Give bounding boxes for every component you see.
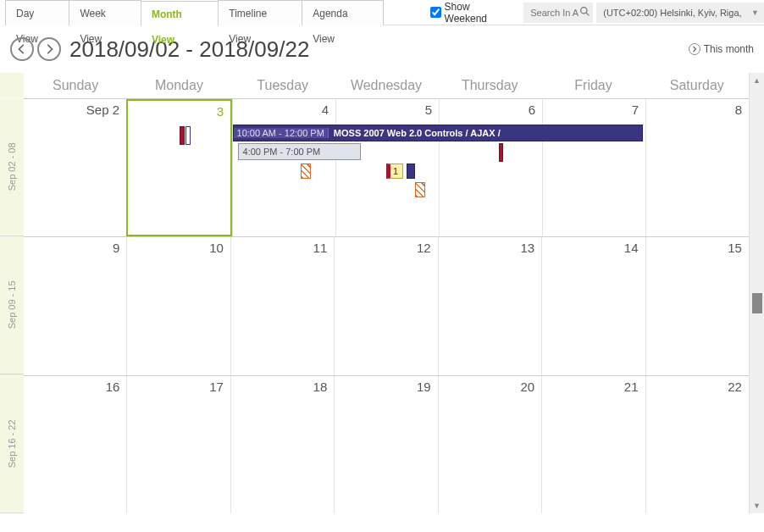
day-cell[interactable]: 9 <box>24 237 126 374</box>
week-label[interactable]: Sep 02 - 08 <box>0 98 24 236</box>
day-cell-today[interactable]: 3 <box>126 99 232 236</box>
prev-button[interactable] <box>10 37 34 61</box>
weeks: Sep 2 3 4 5 6 7 8 10:00 AM - 12:00 PM MO… <box>24 98 749 513</box>
event-marker-hatched[interactable] <box>415 182 425 197</box>
dayhdr-mon: Monday <box>127 73 230 98</box>
event-time: 4:00 PM - 7:00 PM <box>243 147 321 157</box>
this-month-button[interactable]: This month <box>689 43 754 55</box>
event-moss[interactable]: 10:00 AM - 12:00 PM MOSS 2007 Web 2.0 Co… <box>233 125 643 141</box>
week-label[interactable]: Sep 16 - 22 <box>0 375 24 513</box>
scroll-up-icon[interactable]: ▲ <box>750 73 764 88</box>
event-4to7[interactable]: 4:00 PM - 7:00 PM <box>238 143 362 160</box>
day-cell[interactable]: 17 <box>126 376 230 513</box>
day-cell[interactable]: Sep 2 <box>24 99 126 236</box>
event-time: 10:00 AM - 12:00 PM <box>234 128 329 138</box>
day-cell[interactable]: 12 <box>334 237 437 374</box>
week-labels-column: Sep 02 - 08 Sep 09 - 15 Sep 16 - 22 <box>0 73 24 513</box>
chevron-down-icon: ▼ <box>751 8 759 17</box>
week-row: 16 17 18 19 20 21 22 <box>24 375 749 513</box>
date-range-label: 2018/09/02 - 2018/09/22 <box>69 36 309 63</box>
search-box[interactable] <box>523 3 593 23</box>
vertical-scrollbar[interactable]: ▲ ▼ <box>749 73 764 513</box>
day-cell[interactable]: 14 <box>541 237 645 374</box>
tab-agenda-view[interactable]: Agenda View <box>302 0 383 25</box>
date-header: 2018/09/02 - 2018/09/22 This month <box>0 25 764 73</box>
day-cell[interactable]: 18 <box>230 376 334 513</box>
timezone-select[interactable]: (UTC+02:00) Helsinki, Kyiv, Riga, ▼ <box>596 3 764 23</box>
day-cell[interactable]: 22 <box>645 376 749 513</box>
event-marker-hatched[interactable] <box>301 163 311 179</box>
day-cell[interactable]: 11 <box>230 237 334 374</box>
this-month-label: This month <box>704 43 754 55</box>
day-cell[interactable]: 15 <box>645 237 749 374</box>
tab-week-view[interactable]: Week View <box>69 0 141 25</box>
dayhdr-fri: Friday <box>541 73 645 98</box>
event-marker[interactable] <box>499 143 503 162</box>
event-title: MOSS 2007 Web 2.0 Controls / AJAX / <box>334 128 501 138</box>
day-headers: Sunday Monday Tuesday Wednesday Thursday… <box>24 73 749 98</box>
dayhdr-sat: Saturday <box>645 73 749 98</box>
event-count-badge[interactable]: 1 <box>386 163 403 179</box>
day-cell[interactable]: 6 <box>439 99 542 236</box>
scroll-thumb[interactable] <box>752 293 762 313</box>
search-icon[interactable] <box>579 6 590 19</box>
week-label[interactable]: Sep 09 - 15 <box>0 236 24 374</box>
week-row: Sep 2 3 4 5 6 7 8 10:00 AM - 12:00 PM MO… <box>24 98 749 236</box>
dayhdr-tue: Tuesday <box>231 73 335 98</box>
svg-line-1 <box>586 13 589 15</box>
dayhdr-thu: Thursday <box>438 73 541 98</box>
day-cell[interactable]: 19 <box>334 376 437 513</box>
day-cell[interactable]: 10 <box>126 237 230 374</box>
tab-day-view[interactable]: Day View <box>5 0 69 25</box>
event-cluster[interactable]: 1 <box>386 163 415 179</box>
show-weekend-toggle[interactable]: Show Weekend <box>425 0 521 25</box>
day-cell[interactable]: 13 <box>438 237 541 374</box>
scroll-down-icon[interactable]: ▼ <box>750 498 764 513</box>
show-weekend-checkbox[interactable] <box>430 7 441 18</box>
day-cell[interactable]: 4 <box>232 99 335 236</box>
dayhdr-wed: Wednesday <box>335 73 438 98</box>
arrow-right-circle-icon <box>689 43 700 55</box>
tab-month-view[interactable]: Month View <box>141 1 219 26</box>
day-cell[interactable]: 7 <box>542 99 645 236</box>
day-cell[interactable]: 21 <box>541 376 645 513</box>
week-row: 9 10 11 12 13 14 15 <box>24 236 749 374</box>
calendar: Sep 02 - 08 Sep 09 - 15 Sep 16 - 22 Sund… <box>0 73 764 513</box>
day-cell[interactable]: 20 <box>438 376 541 513</box>
dayhdr-sun: Sunday <box>24 73 127 98</box>
calendar-grid: Sunday Monday Tuesday Wednesday Thursday… <box>24 73 749 513</box>
next-button[interactable] <box>37 37 61 61</box>
event-marker[interactable] <box>185 126 191 145</box>
event-marker[interactable] <box>180 126 185 145</box>
svg-point-0 <box>581 7 587 13</box>
search-input[interactable] <box>530 8 579 18</box>
timezone-value: (UTC+02:00) Helsinki, Kyiv, Riga, <box>603 8 741 18</box>
view-tabs-bar: Day View Week View Month View Timeline V… <box>5 0 764 25</box>
day-cell[interactable]: 16 <box>24 376 126 513</box>
event-marker[interactable] <box>407 163 415 179</box>
tab-timeline-view[interactable]: Timeline View <box>218 0 302 25</box>
show-weekend-label: Show Weekend <box>445 1 516 25</box>
day-cell[interactable]: 8 <box>645 99 749 236</box>
